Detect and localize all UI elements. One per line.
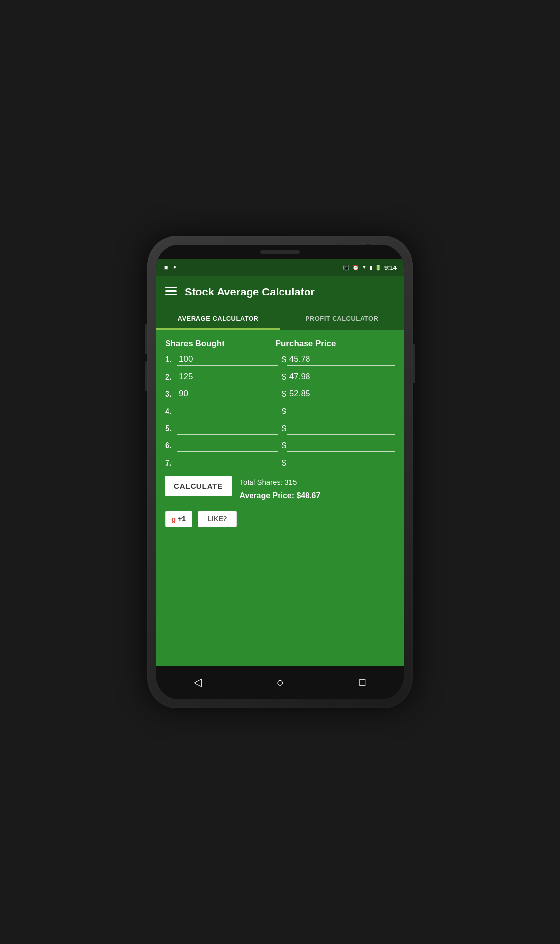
row-number-2: 2. xyxy=(165,373,177,382)
calculator-content: Shares Bought Purchase Price 1. $ 2. $ xyxy=(156,330,404,666)
dollar-sign-1: $ xyxy=(282,355,286,364)
phone-frame: ▣ ✦ 📳 ⏰ ▼ ▮ 🔋 9:14 Stock Average C xyxy=(147,236,413,708)
speaker xyxy=(260,250,300,254)
dollar-sign-6: $ xyxy=(282,442,286,450)
row-number-4: 4. xyxy=(165,407,177,416)
bottom-nav-bar xyxy=(156,666,404,699)
wifi-icon: ▼ xyxy=(362,265,367,270)
shares-input-2[interactable] xyxy=(177,371,278,383)
back-button[interactable] xyxy=(185,670,210,695)
table-row: 6. $ xyxy=(165,440,395,452)
svg-rect-0 xyxy=(165,287,177,288)
row-number-7: 7. xyxy=(165,459,177,468)
hamburger-menu-button[interactable] xyxy=(165,286,177,298)
status-left-icons: ▣ ✦ xyxy=(163,264,177,271)
home-button[interactable] xyxy=(268,670,292,695)
price-input-6[interactable] xyxy=(287,440,395,452)
price-input-4[interactable] xyxy=(287,405,395,417)
price-wrapper-6: $ xyxy=(282,440,395,452)
row-number-3: 3. xyxy=(165,390,177,399)
shares-input-7[interactable] xyxy=(177,457,278,469)
notification-icon-1: ▣ xyxy=(163,264,168,271)
price-wrapper-3: $ xyxy=(282,388,395,400)
totals-display: Total Shares: 315 Average Price: $48.67 xyxy=(240,476,321,502)
price-input-7[interactable] xyxy=(287,457,395,469)
shares-input-4[interactable] xyxy=(177,405,278,417)
price-input-3[interactable] xyxy=(287,388,395,400)
svg-rect-1 xyxy=(165,290,177,292)
battery-icon: 🔋 xyxy=(375,265,382,271)
status-bar: ▣ ✦ 📳 ⏰ ▼ ▮ 🔋 9:14 xyxy=(156,259,404,276)
tab-profit-calculator[interactable]: PROFIT CALCULATOR xyxy=(280,308,404,329)
shares-input-1[interactable] xyxy=(177,354,278,366)
price-wrapper-5: $ xyxy=(282,422,395,435)
row-number-5: 5. xyxy=(165,424,177,433)
shares-input-3[interactable] xyxy=(177,388,278,400)
notification-icon-2: ✦ xyxy=(172,264,177,271)
dollar-sign-5: $ xyxy=(282,424,286,433)
table-row: 5. $ xyxy=(165,422,395,435)
time-display: 9:14 xyxy=(384,264,397,271)
column-headers: Shares Bought Purchase Price xyxy=(165,339,395,349)
dollar-sign-2: $ xyxy=(282,373,286,382)
table-row: 1. $ xyxy=(165,354,395,366)
average-price-label: Average Price: $48.67 xyxy=(240,489,321,502)
calculate-button[interactable]: CALCULATE xyxy=(165,476,232,496)
app-title: Stock Average Calculator xyxy=(185,286,315,298)
gplus-icon: g xyxy=(171,515,176,523)
dollar-sign-3: $ xyxy=(282,390,286,399)
row-number-6: 6. xyxy=(165,442,177,450)
status-right-area: 📳 ⏰ ▼ ▮ 🔋 9:14 xyxy=(343,264,397,271)
price-wrapper-2: $ xyxy=(282,371,395,383)
vol-up-button[interactable] xyxy=(145,324,147,354)
dollar-sign-4: $ xyxy=(282,407,286,416)
table-row: 2. $ xyxy=(165,371,395,383)
shares-input-6[interactable] xyxy=(177,440,278,452)
total-shares-label: Total Shares: 315 xyxy=(240,476,321,489)
gplus-label: +1 xyxy=(178,515,186,523)
phone-top-bar xyxy=(156,245,404,259)
app-bar: Stock Average Calculator xyxy=(156,276,404,308)
dollar-sign-7: $ xyxy=(282,459,286,468)
vibrate-icon: 📳 xyxy=(343,265,350,271)
social-buttons-row: g +1 LIKE? xyxy=(165,511,395,527)
signal-icon: ▮ xyxy=(369,265,372,271)
svg-rect-2 xyxy=(165,294,177,295)
price-header: Purchase Price xyxy=(276,339,395,349)
alarm-icon: ⏰ xyxy=(352,265,359,271)
price-input-2[interactable] xyxy=(287,371,395,383)
price-input-5[interactable] xyxy=(287,422,395,435)
like-button[interactable]: LIKE? xyxy=(198,511,236,527)
results-row: CALCULATE Total Shares: 315 Average Pric… xyxy=(165,476,395,502)
google-plus-button[interactable]: g +1 xyxy=(165,511,192,527)
power-button[interactable] xyxy=(413,344,415,384)
table-row: 7. $ xyxy=(165,457,395,469)
phone-screen: ▣ ✦ 📳 ⏰ ▼ ▮ 🔋 9:14 Stock Average C xyxy=(156,245,404,699)
shares-header: Shares Bought xyxy=(165,339,276,349)
price-wrapper-7: $ xyxy=(282,457,395,469)
row-number-1: 1. xyxy=(165,355,177,364)
tab-bar: AVERAGE CALCULATOR PROFIT CALCULATOR xyxy=(156,308,404,330)
table-row: 3. $ xyxy=(165,388,395,400)
price-wrapper-4: $ xyxy=(282,405,395,417)
price-input-1[interactable] xyxy=(287,354,395,366)
vol-down-button[interactable] xyxy=(145,361,147,391)
tab-average-calculator[interactable]: AVERAGE CALCULATOR xyxy=(156,308,280,329)
price-wrapper-1: $ xyxy=(282,354,395,366)
recents-button[interactable] xyxy=(350,670,375,695)
table-row: 4. $ xyxy=(165,405,395,417)
shares-input-5[interactable] xyxy=(177,422,278,435)
